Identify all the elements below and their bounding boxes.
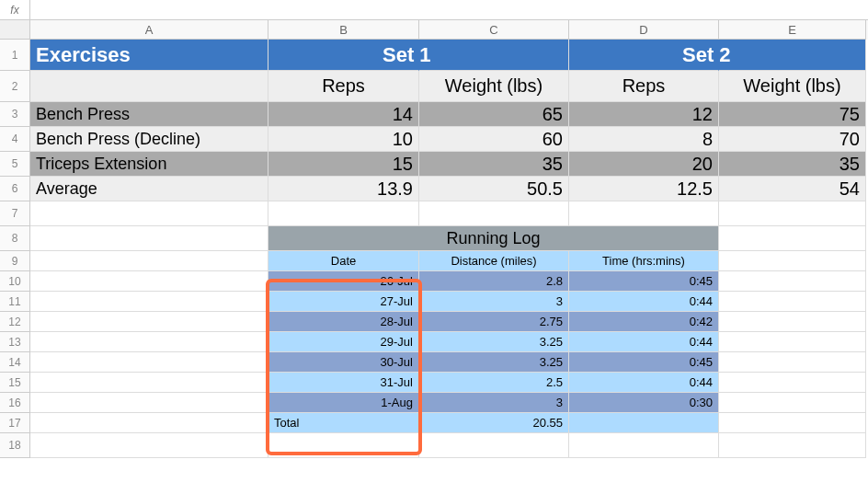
- cell-a18[interactable]: [30, 433, 268, 458]
- cell-c6[interactable]: 50.5: [419, 177, 569, 201]
- cell-b6[interactable]: 13.9: [268, 177, 419, 201]
- cell-d6[interactable]: 12.5: [569, 177, 719, 201]
- cell-e8[interactable]: [719, 226, 866, 251]
- cell-d18[interactable]: [569, 433, 719, 458]
- cell-c16[interactable]: 3: [419, 393, 569, 413]
- cell-a14[interactable]: [30, 352, 268, 373]
- row-header[interactable]: 17: [0, 413, 30, 433]
- cell-c12[interactable]: 2.75: [419, 312, 569, 332]
- cell-d12[interactable]: 0:42: [569, 312, 719, 332]
- row-header[interactable]: 7: [0, 201, 30, 226]
- cell-e14[interactable]: [719, 352, 866, 373]
- row-header[interactable]: 8: [0, 226, 30, 251]
- row-header[interactable]: 16: [0, 393, 30, 413]
- cell-a11[interactable]: [30, 292, 268, 312]
- cell-a6[interactable]: Average: [30, 177, 268, 201]
- row-header[interactable]: 11: [0, 292, 30, 312]
- running-log-title[interactable]: Running Log: [268, 226, 719, 251]
- cell-set2[interactable]: Set 2: [719, 40, 866, 71]
- row-header[interactable]: 10: [0, 271, 30, 292]
- cell-e18[interactable]: [719, 433, 866, 458]
- cell-a10[interactable]: [30, 271, 268, 292]
- cell-c17[interactable]: 20.55: [419, 413, 569, 433]
- cell-d14[interactable]: 0:45: [569, 352, 719, 373]
- cell-a13[interactable]: [30, 332, 268, 352]
- cell-d16[interactable]: 0:30: [569, 393, 719, 413]
- cell-b17[interactable]: Total: [268, 413, 419, 433]
- cell-d15[interactable]: 0:44: [569, 373, 719, 393]
- cell-d3[interactable]: 12: [569, 102, 719, 127]
- cell-b7[interactable]: [268, 201, 419, 226]
- cell-e2[interactable]: Weight (lbs): [719, 71, 866, 102]
- cell-c10[interactable]: 2.8: [419, 271, 569, 292]
- cell-b4[interactable]: 10: [268, 127, 419, 152]
- cell-c14[interactable]: 3.25: [419, 352, 569, 373]
- cell-d4[interactable]: 8: [569, 127, 719, 152]
- cell-b15[interactable]: 31-Jul: [268, 373, 419, 393]
- cell-d11[interactable]: 0:44: [569, 292, 719, 312]
- formula-input[interactable]: [30, 0, 868, 19]
- cell-d7[interactable]: [569, 201, 719, 226]
- col-header-c[interactable]: C: [419, 20, 569, 40]
- cell-a4[interactable]: Bench Press (Decline): [30, 127, 268, 152]
- cell-c7[interactable]: [419, 201, 569, 226]
- select-all-corner[interactable]: [0, 20, 30, 40]
- cell-d10[interactable]: 0:45: [569, 271, 719, 292]
- row-header[interactable]: 5: [0, 152, 30, 177]
- cell-e12[interactable]: [719, 312, 866, 332]
- cell-e17[interactable]: [719, 413, 866, 433]
- cell-a15[interactable]: [30, 373, 268, 393]
- cell-a5[interactable]: Triceps Extension: [30, 152, 268, 177]
- cell-d17[interactable]: [569, 413, 719, 433]
- cell-a17[interactable]: [30, 413, 268, 433]
- col-header-b[interactable]: B: [268, 20, 419, 40]
- cell-e4[interactable]: 70: [719, 127, 866, 152]
- cell-a3[interactable]: Bench Press: [30, 102, 268, 127]
- cell-b14[interactable]: 30-Jul: [268, 352, 419, 373]
- log-header-distance[interactable]: Distance (miles): [419, 251, 569, 271]
- cell-a1[interactable]: Exercises: [30, 40, 268, 71]
- cell-e5[interactable]: 35: [719, 152, 866, 177]
- cell-c4[interactable]: 60: [419, 127, 569, 152]
- row-header[interactable]: 3: [0, 102, 30, 127]
- cell-a8[interactable]: [30, 226, 268, 251]
- cell-b5[interactable]: 15: [268, 152, 419, 177]
- cell-b2[interactable]: Reps: [268, 71, 419, 102]
- cell-a7[interactable]: [30, 201, 268, 226]
- col-header-e[interactable]: E: [719, 20, 866, 40]
- row-header[interactable]: 9: [0, 251, 30, 271]
- row-header[interactable]: 18: [0, 433, 30, 458]
- cell-d2[interactable]: Reps: [569, 71, 719, 102]
- row-header[interactable]: 4: [0, 127, 30, 152]
- cell-c3[interactable]: 65: [419, 102, 569, 127]
- cell-e10[interactable]: [719, 271, 866, 292]
- row-header[interactable]: 1: [0, 40, 30, 71]
- cell-e11[interactable]: [719, 292, 866, 312]
- cell-b10[interactable]: 26-Jul: [268, 271, 419, 292]
- row-header[interactable]: 12: [0, 312, 30, 332]
- cell-b18[interactable]: [268, 433, 419, 458]
- log-header-time[interactable]: Time (hrs:mins): [569, 251, 719, 271]
- cell-c2[interactable]: Weight (lbs): [419, 71, 569, 102]
- cell-a9[interactable]: [30, 251, 268, 271]
- cell-d13[interactable]: 0:44: [569, 332, 719, 352]
- cell-b13[interactable]: 29-Jul: [268, 332, 419, 352]
- cell-b3[interactable]: 14: [268, 102, 419, 127]
- cell-a16[interactable]: [30, 393, 268, 413]
- row-header[interactable]: 15: [0, 373, 30, 393]
- col-header-d[interactable]: D: [569, 20, 719, 40]
- cell-e16[interactable]: [719, 393, 866, 413]
- cell-e15[interactable]: [719, 373, 866, 393]
- cell-e6[interactable]: 54: [719, 177, 866, 201]
- log-header-date[interactable]: Date: [268, 251, 419, 271]
- cell-c18[interactable]: [419, 433, 569, 458]
- cell-set1[interactable]: Set 1: [419, 40, 569, 71]
- cell-a2[interactable]: [30, 71, 268, 102]
- row-header[interactable]: 2: [0, 71, 30, 102]
- cell-e9[interactable]: [719, 251, 866, 271]
- cell-e13[interactable]: [719, 332, 866, 352]
- cell-e3[interactable]: 75: [719, 102, 866, 127]
- cell-e7[interactable]: [719, 201, 866, 226]
- row-header[interactable]: 14: [0, 352, 30, 373]
- cell-b12[interactable]: 28-Jul: [268, 312, 419, 332]
